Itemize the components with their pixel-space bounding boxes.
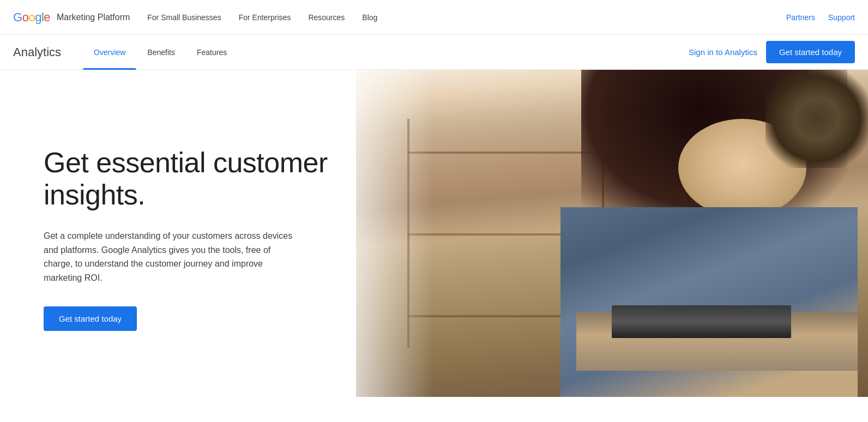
partners-link[interactable]: Partners	[786, 13, 815, 22]
top-nav-links: For Small Businesses For Enterprises Res…	[147, 13, 786, 22]
google-wordmark: Google	[13, 10, 50, 25]
platform-name: Marketing Platform	[57, 13, 130, 22]
top-navigation: Google Marketing Platform For Small Busi…	[0, 0, 868, 35]
get-started-header-button[interactable]: Get started today	[766, 41, 855, 63]
hero-description: Get a complete understanding of your cus…	[44, 229, 294, 285]
tab-overview[interactable]: Overview	[83, 35, 136, 70]
g-red: o	[22, 10, 29, 25]
support-link[interactable]: Support	[828, 13, 855, 22]
shelf-line-1	[407, 152, 602, 154]
tab-benefits[interactable]: Benefits	[136, 35, 186, 70]
second-navigation: Analytics Overview Benefits Features Sig…	[0, 35, 868, 70]
logo-area: Google Marketing Platform	[13, 10, 130, 25]
tab-features[interactable]: Features	[186, 35, 238, 70]
hero-cta-button[interactable]: Get started today	[44, 306, 137, 331]
top-nav-right: Partners Support	[786, 13, 855, 22]
nav-blog[interactable]: Blog	[362, 13, 377, 22]
hero-title: Get essential customer insights.	[44, 147, 401, 212]
sign-in-button[interactable]: Sign in to Analytics	[689, 47, 757, 57]
nav-enterprises[interactable]: For Enterprises	[239, 13, 291, 22]
nav-resources[interactable]: Resources	[308, 13, 345, 22]
g-red2: e	[44, 10, 50, 25]
secondary-tabs: Overview Benefits Features	[83, 35, 689, 70]
decor-plant	[765, 70, 868, 168]
hero-section: Get essential customer insights. Get a c…	[0, 70, 868, 397]
g-blue: G	[13, 10, 22, 25]
second-nav-right: Sign in to Analytics Get started today	[689, 41, 855, 63]
g-blue2: g	[35, 10, 41, 25]
nav-small-businesses[interactable]: For Small Businesses	[147, 13, 221, 22]
hero-content: Get essential customer insights. Get a c…	[0, 70, 434, 397]
analytics-title: Analytics	[13, 45, 61, 59]
g-yellow: o	[28, 10, 35, 25]
laptop	[612, 305, 791, 338]
